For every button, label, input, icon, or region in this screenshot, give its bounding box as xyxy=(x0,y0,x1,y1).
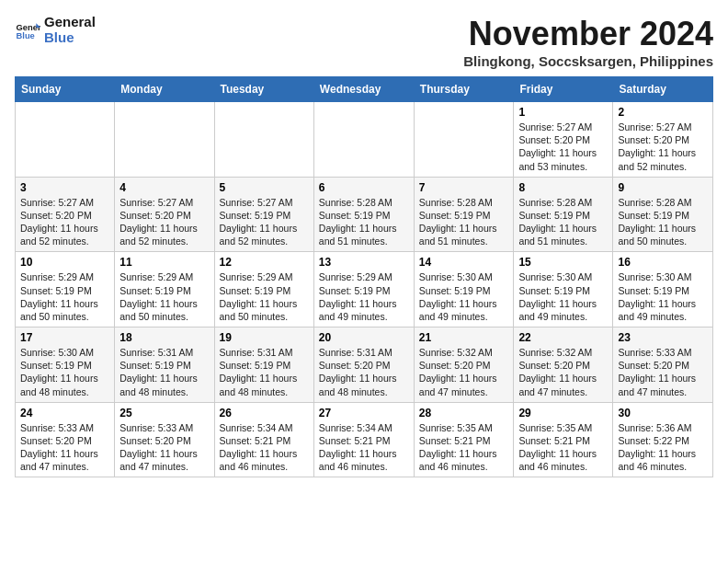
calendar-cell: 8Sunrise: 5:28 AMSunset: 5:19 PMDaylight… xyxy=(514,177,613,252)
month-title: November 2024 xyxy=(463,15,713,53)
day-info: Sunrise: 5:29 AMSunset: 5:19 PMDaylight:… xyxy=(319,271,397,322)
day-number: 15 xyxy=(518,256,608,269)
day-info: Sunrise: 5:30 AMSunset: 5:19 PMDaylight:… xyxy=(618,271,696,322)
calendar-week-3: 10Sunrise: 5:29 AMSunset: 5:19 PMDayligh… xyxy=(16,252,713,327)
day-number: 2 xyxy=(618,106,708,119)
calendar-cell: 19Sunrise: 5:31 AMSunset: 5:19 PMDayligh… xyxy=(214,327,313,403)
calendar-cell: 30Sunrise: 5:36 AMSunset: 5:22 PMDayligh… xyxy=(613,402,713,477)
day-number: 9 xyxy=(618,181,708,194)
calendar-cell: 15Sunrise: 5:30 AMSunset: 5:19 PMDayligh… xyxy=(514,252,613,327)
svg-text:Blue: Blue xyxy=(17,31,35,40)
day-number: 29 xyxy=(518,407,608,419)
day-number: 13 xyxy=(319,256,409,269)
calendar-cell: 16Sunrise: 5:30 AMSunset: 5:19 PMDayligh… xyxy=(613,252,713,327)
calendar-cell: 12Sunrise: 5:29 AMSunset: 5:19 PMDayligh… xyxy=(214,252,313,327)
day-number: 25 xyxy=(119,407,209,419)
weekday-thursday: Thursday xyxy=(414,77,514,102)
calendar-cell: 5Sunrise: 5:27 AMSunset: 5:19 PMDaylight… xyxy=(214,177,313,252)
day-number: 20 xyxy=(319,331,409,344)
day-info: Sunrise: 5:36 AMSunset: 5:22 PMDaylight:… xyxy=(618,422,696,473)
weekday-saturday: Saturday xyxy=(613,77,713,102)
calendar-cell: 20Sunrise: 5:31 AMSunset: 5:20 PMDayligh… xyxy=(313,327,414,403)
weekday-monday: Monday xyxy=(115,77,214,102)
calendar-cell: 7Sunrise: 5:28 AMSunset: 5:19 PMDaylight… xyxy=(414,177,514,252)
calendar-cell: 25Sunrise: 5:33 AMSunset: 5:20 PMDayligh… xyxy=(115,402,214,477)
logo-line2: Blue xyxy=(44,30,96,46)
weekday-sunday: Sunday xyxy=(16,77,115,102)
calendar-cell: 21Sunrise: 5:32 AMSunset: 5:20 PMDayligh… xyxy=(414,327,514,403)
logo-line1: General xyxy=(44,15,96,30)
day-number: 3 xyxy=(20,181,109,194)
weekday-header-row: SundayMondayTuesdayWednesdayThursdayFrid… xyxy=(16,77,713,102)
day-info: Sunrise: 5:29 AMSunset: 5:19 PMDaylight:… xyxy=(220,271,298,322)
day-number: 1 xyxy=(518,106,608,119)
calendar-cell: 10Sunrise: 5:29 AMSunset: 5:19 PMDayligh… xyxy=(16,252,115,327)
day-number: 18 xyxy=(119,331,209,344)
day-number: 12 xyxy=(220,256,309,269)
day-info: Sunrise: 5:29 AMSunset: 5:19 PMDaylight:… xyxy=(119,271,198,322)
calendar-cell: 27Sunrise: 5:34 AMSunset: 5:21 PMDayligh… xyxy=(313,402,414,477)
day-number: 16 xyxy=(618,256,708,269)
day-info: Sunrise: 5:34 AMSunset: 5:21 PMDaylight:… xyxy=(220,422,298,473)
calendar-cell: 28Sunrise: 5:35 AMSunset: 5:21 PMDayligh… xyxy=(414,402,514,477)
calendar-cell: 4Sunrise: 5:27 AMSunset: 5:20 PMDaylight… xyxy=(115,177,214,252)
day-number: 30 xyxy=(618,407,708,419)
calendar-cell: 22Sunrise: 5:32 AMSunset: 5:20 PMDayligh… xyxy=(514,327,613,403)
calendar-cell: 29Sunrise: 5:35 AMSunset: 5:21 PMDayligh… xyxy=(514,402,613,477)
day-info: Sunrise: 5:27 AMSunset: 5:20 PMDaylight:… xyxy=(20,197,98,247)
day-info: Sunrise: 5:28 AMSunset: 5:19 PMDaylight:… xyxy=(618,197,696,247)
day-number: 17 xyxy=(20,331,109,344)
day-number: 26 xyxy=(220,407,309,419)
calendar-cell: 3Sunrise: 5:27 AMSunset: 5:20 PMDaylight… xyxy=(16,177,115,252)
day-info: Sunrise: 5:30 AMSunset: 5:19 PMDaylight:… xyxy=(20,347,98,397)
calendar-cell: 9Sunrise: 5:28 AMSunset: 5:19 PMDaylight… xyxy=(613,177,713,252)
calendar-cell: 1Sunrise: 5:27 AMSunset: 5:20 PMDaylight… xyxy=(514,102,613,178)
weekday-friday: Friday xyxy=(514,77,613,102)
page-header: General Blue General Blue November 2024 … xyxy=(15,15,713,69)
day-info: Sunrise: 5:27 AMSunset: 5:20 PMDaylight:… xyxy=(119,197,198,247)
calendar-cell xyxy=(115,102,214,178)
calendar-cell: 17Sunrise: 5:30 AMSunset: 5:19 PMDayligh… xyxy=(16,327,115,403)
calendar-cell xyxy=(313,102,414,178)
day-info: Sunrise: 5:35 AMSunset: 5:21 PMDaylight:… xyxy=(419,422,497,473)
calendar-cell: 18Sunrise: 5:31 AMSunset: 5:19 PMDayligh… xyxy=(115,327,214,403)
calendar-week-2: 3Sunrise: 5:27 AMSunset: 5:20 PMDaylight… xyxy=(16,177,713,252)
day-info: Sunrise: 5:33 AMSunset: 5:20 PMDaylight:… xyxy=(20,422,98,473)
weekday-tuesday: Tuesday xyxy=(214,77,313,102)
day-info: Sunrise: 5:35 AMSunset: 5:21 PMDaylight:… xyxy=(518,422,597,473)
day-number: 19 xyxy=(220,331,309,344)
day-info: Sunrise: 5:28 AMSunset: 5:19 PMDaylight:… xyxy=(518,197,597,247)
day-info: Sunrise: 5:27 AMSunset: 5:20 PMDaylight:… xyxy=(518,121,597,172)
calendar-cell: 23Sunrise: 5:33 AMSunset: 5:20 PMDayligh… xyxy=(613,327,713,403)
day-info: Sunrise: 5:31 AMSunset: 5:19 PMDaylight:… xyxy=(119,347,198,397)
day-info: Sunrise: 5:32 AMSunset: 5:20 PMDaylight:… xyxy=(518,347,597,397)
day-number: 4 xyxy=(119,181,209,194)
day-info: Sunrise: 5:32 AMSunset: 5:20 PMDaylight:… xyxy=(419,347,497,397)
day-number: 28 xyxy=(419,407,509,419)
calendar-cell: 13Sunrise: 5:29 AMSunset: 5:19 PMDayligh… xyxy=(313,252,414,327)
day-info: Sunrise: 5:30 AMSunset: 5:19 PMDaylight:… xyxy=(419,271,497,322)
logo: General Blue General Blue xyxy=(15,15,96,45)
day-info: Sunrise: 5:28 AMSunset: 5:19 PMDaylight:… xyxy=(319,197,397,247)
calendar-week-1: 1Sunrise: 5:27 AMSunset: 5:20 PMDaylight… xyxy=(16,102,713,178)
day-number: 27 xyxy=(319,407,409,419)
day-info: Sunrise: 5:34 AMSunset: 5:21 PMDaylight:… xyxy=(319,422,397,473)
day-info: Sunrise: 5:27 AMSunset: 5:19 PMDaylight:… xyxy=(220,197,298,247)
calendar-cell: 26Sunrise: 5:34 AMSunset: 5:21 PMDayligh… xyxy=(214,402,313,477)
calendar-cell: 14Sunrise: 5:30 AMSunset: 5:19 PMDayligh… xyxy=(414,252,514,327)
day-info: Sunrise: 5:29 AMSunset: 5:19 PMDaylight:… xyxy=(20,271,98,322)
calendar-cell xyxy=(16,102,115,178)
day-number: 22 xyxy=(518,331,608,344)
day-info: Sunrise: 5:31 AMSunset: 5:19 PMDaylight:… xyxy=(220,347,298,397)
calendar-cell: 11Sunrise: 5:29 AMSunset: 5:19 PMDayligh… xyxy=(115,252,214,327)
day-info: Sunrise: 5:28 AMSunset: 5:19 PMDaylight:… xyxy=(419,197,497,247)
day-number: 6 xyxy=(319,181,409,194)
calendar-table: SundayMondayTuesdayWednesdayThursdayFrid… xyxy=(15,76,713,477)
day-info: Sunrise: 5:27 AMSunset: 5:20 PMDaylight:… xyxy=(618,121,696,172)
day-number: 21 xyxy=(419,331,509,344)
day-number: 24 xyxy=(20,407,109,419)
day-number: 10 xyxy=(20,256,109,269)
calendar-cell xyxy=(214,102,313,178)
day-info: Sunrise: 5:30 AMSunset: 5:19 PMDaylight:… xyxy=(518,271,597,322)
calendar-cell: 6Sunrise: 5:28 AMSunset: 5:19 PMDaylight… xyxy=(313,177,414,252)
